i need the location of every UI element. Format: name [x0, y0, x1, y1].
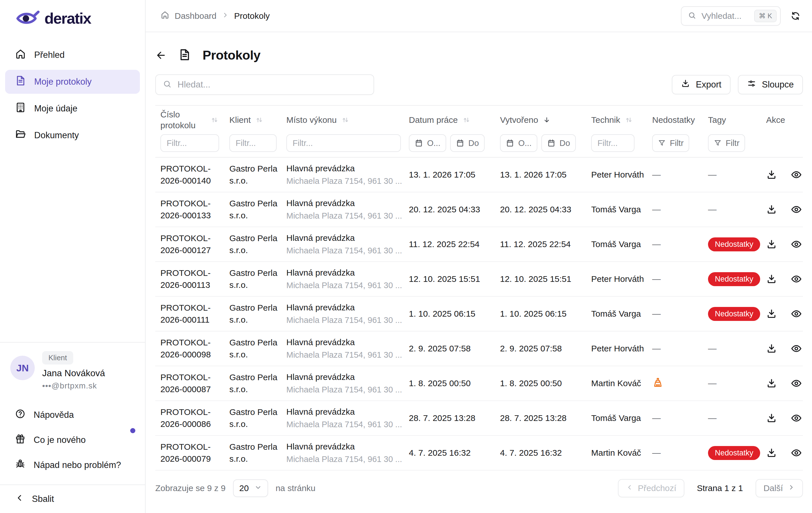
table-row[interactable]: PROTOKOL-2026-000113 Gastro Perla s.r.o.… — [155, 262, 803, 297]
view-protocol-button[interactable] — [791, 169, 802, 180]
column-header-vytvoreno[interactable]: Vytvořeno — [500, 115, 591, 125]
view-protocol-button[interactable] — [791, 378, 802, 389]
table-row[interactable]: PROTOKOL-2026-000133 Gastro Perla s.r.o.… — [155, 192, 803, 227]
deficiencies-empty: — — [652, 309, 661, 318]
download-protocol-button[interactable] — [766, 448, 777, 458]
page-size-select[interactable]: 20 — [233, 479, 268, 497]
export-button[interactable]: Export — [672, 75, 730, 94]
table-search — [155, 75, 374, 95]
download-protocol-button[interactable] — [766, 239, 777, 250]
eye-icon — [791, 378, 802, 389]
table-row[interactable]: PROTOKOL-2026-000111 Gastro Perla s.r.o.… — [155, 297, 803, 332]
chevron-down-icon — [255, 483, 262, 493]
filter-nedostatky-button[interactable]: Filtr — [652, 134, 689, 152]
column-header-datum-prace[interactable]: Datum práce — [409, 115, 500, 125]
column-header-tagy: Tagy — [708, 115, 759, 125]
filter-input-klient[interactable] — [229, 134, 277, 152]
table-filter-row: O... Do O... — [155, 134, 803, 158]
page-indicator: Strana 1 z 1 — [697, 483, 743, 493]
columns-button[interactable]: Sloupce — [738, 75, 803, 94]
sidebar-item-dokumenty[interactable]: Dokumenty — [5, 123, 140, 147]
column-header-misto-vykonu[interactable]: Místo výkonu — [286, 115, 409, 125]
next-page-button[interactable]: Další — [756, 479, 803, 497]
user-card[interactable]: JN Klient Jana Nováková •••@brtpxm.sk — [0, 342, 145, 398]
download-protocol-button[interactable] — [766, 413, 777, 424]
download-protocol-button[interactable] — [766, 169, 777, 180]
tags-empty: — — [708, 170, 717, 179]
sidebar-nav: Přehled Moje protokoly Moje údaje Dokume… — [0, 43, 145, 147]
table-row[interactable]: PROTOKOL-2026-000086 Gastro Perla s.r.o.… — [155, 401, 803, 436]
download-protocol-button[interactable] — [766, 308, 777, 319]
deratix-eye-icon — [16, 9, 40, 28]
table-search-input[interactable] — [177, 80, 367, 90]
sort-icon — [255, 116, 263, 124]
view-protocol-button[interactable] — [791, 308, 802, 319]
sidebar-collapse-button[interactable]: Sbalit — [0, 484, 145, 513]
view-protocol-button[interactable] — [791, 343, 802, 354]
sidebar: deratix Přehled Moje protokoly Moje údaj… — [0, 0, 146, 513]
filter-input-cislo-protokolu[interactable] — [161, 134, 219, 152]
column-header-klient[interactable]: Klient — [229, 115, 286, 125]
sidebar-item-label: Přehled — [34, 50, 65, 60]
table-row[interactable]: PROTOKOL-2026-000127 Gastro Perla s.r.o.… — [155, 227, 803, 262]
column-header-technik[interactable]: Technik — [591, 115, 652, 125]
refresh-button[interactable] — [790, 11, 801, 21]
filter-vytvoreno-do-button[interactable]: Do — [541, 134, 576, 152]
sidebar-item-co-je-noveho[interactable]: Co je nového — [5, 428, 140, 453]
eye-icon — [791, 238, 802, 250]
column-header-nedostatky: Nedostatky — [652, 115, 708, 125]
brand-name: deratix — [45, 9, 91, 27]
download-protocol-button[interactable] — [766, 274, 777, 284]
brush-icon — [652, 380, 664, 390]
table-row[interactable]: PROTOKOL-2026-000079 Gastro Perla s.r.o.… — [155, 436, 803, 471]
calendar-icon — [547, 139, 556, 147]
filter-input-technik[interactable] — [591, 134, 635, 152]
view-protocol-button[interactable] — [791, 238, 802, 250]
sidebar-item-napad-nebo-problem[interactable]: Nápad nebo problém? — [5, 453, 140, 478]
sidebar-item-label: Nápověda — [34, 410, 74, 420]
table-row[interactable]: PROTOKOL-2026-000098 Gastro Perla s.r.o.… — [155, 332, 803, 366]
sidebar-item-moje-udaje[interactable]: Moje údaje — [5, 96, 140, 120]
breadcrumb-root[interactable]: Dashboard — [175, 11, 216, 21]
brand-logo[interactable]: deratix — [0, 0, 145, 36]
home-icon[interactable] — [161, 10, 170, 21]
sidebar-item-prehled[interactable]: Přehled — [5, 43, 140, 67]
view-protocol-button[interactable] — [791, 412, 802, 424]
filter-input-misto-vykonu[interactable] — [286, 134, 401, 152]
pagination-summary: Zobrazuje se 9 z 9 — [155, 483, 226, 493]
view-protocol-button[interactable] — [791, 204, 802, 215]
calendar-icon — [506, 139, 514, 147]
deficiencies-empty: — — [652, 413, 661, 423]
previous-page-button[interactable]: Předchozí — [618, 479, 684, 497]
filter-tagy-button[interactable]: Filtr — [708, 134, 745, 152]
topbar: Dashboard Protokoly Vyhledat... ⌘ K — [146, 0, 812, 32]
sidebar-item-label: Dokumenty — [34, 130, 79, 141]
sort-icon — [462, 116, 470, 124]
filter-datum-prace-do-button[interactable]: Do — [450, 134, 485, 152]
sort-desc-icon — [543, 116, 551, 124]
download-protocol-button[interactable] — [766, 343, 777, 354]
table-row[interactable]: PROTOKOL-2026-000087 Gastro Perla s.r.o.… — [155, 366, 803, 401]
tag-badge-nedostatky: Nedostatky — [708, 446, 760, 460]
sidebar-footer: Nápověda Co je nového Nápad nebo problém… — [0, 398, 145, 484]
home-icon — [15, 48, 26, 62]
filter-datum-prace-od-button[interactable]: O... — [409, 134, 446, 152]
deficiencies-empty: — — [652, 344, 661, 353]
download-protocol-button[interactable] — [766, 378, 777, 389]
view-protocol-button[interactable] — [791, 447, 802, 459]
global-search[interactable]: Vyhledat... ⌘ K — [681, 6, 781, 26]
download-protocol-button[interactable] — [766, 204, 777, 215]
bug-icon — [15, 459, 26, 472]
view-protocol-button[interactable] — [791, 273, 802, 285]
eye-icon — [791, 273, 802, 285]
building-icon — [15, 102, 26, 115]
sidebar-item-moje-protokoly[interactable]: Moje protokoly — [5, 70, 140, 94]
chevron-left-icon — [15, 493, 25, 505]
sidebar-item-napoveda[interactable]: Nápověda — [5, 402, 140, 428]
filter-vytvoreno-od-button[interactable]: O... — [500, 134, 538, 152]
tags-empty: — — [708, 413, 717, 423]
sort-icon — [625, 116, 633, 124]
column-header-cislo-protokolu[interactable]: Číslo protokolu — [161, 109, 229, 131]
table-row[interactable]: PROTOKOL-2026-000140 Gastro Perla s.r.o.… — [155, 158, 803, 192]
back-button[interactable] — [155, 50, 167, 61]
